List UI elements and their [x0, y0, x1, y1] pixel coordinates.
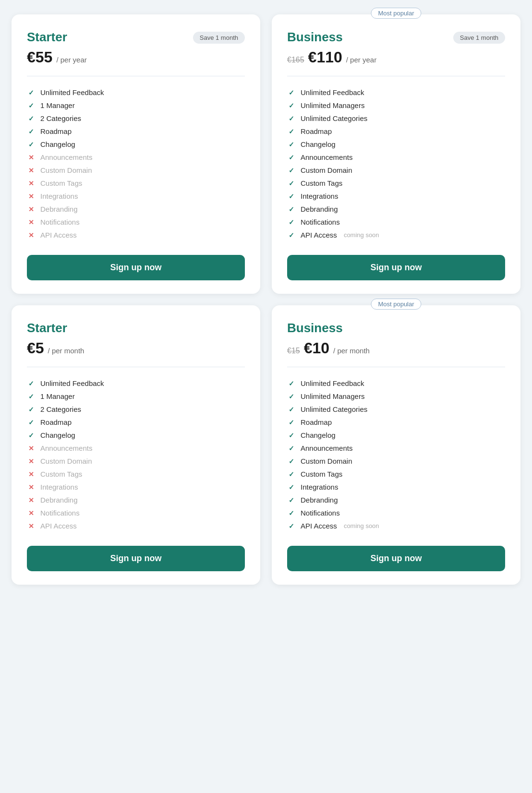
cross-icon: ✕	[27, 470, 36, 478]
check-icon: ✓	[287, 380, 296, 387]
list-item: ✕API Access	[27, 228, 245, 241]
business-yearly-features: ✓Unlimited Feedback✓Unlimited Managers✓U…	[287, 86, 505, 241]
starter-yearly-save-badge: Save 1 month	[193, 32, 245, 44]
check-icon: ✓	[287, 102, 296, 109]
check-icon: ✓	[287, 509, 296, 517]
feature-label: 2 Categories	[40, 114, 81, 122]
check-icon: ✓	[27, 432, 36, 439]
business-monthly-price-original: €15	[287, 347, 300, 355]
list-item: ✓Unlimited Feedback	[27, 86, 245, 99]
starter-yearly-price-period: / per year	[56, 56, 86, 64]
feature-label: Changelog	[301, 140, 336, 148]
business-monthly-header: Business	[287, 321, 505, 336]
starter-monthly-price-main: €5	[27, 339, 44, 357]
list-item: ✓Changelog	[27, 429, 245, 442]
feature-label: Custom Domain	[40, 457, 92, 465]
list-item: ✓Unlimited Categories	[287, 403, 505, 416]
list-item: ✕Integrations	[27, 481, 245, 493]
check-icon: ✓	[287, 205, 296, 213]
feature-label: Unlimited Feedback	[40, 379, 104, 387]
feature-label: Custom Domain	[40, 166, 92, 174]
cross-icon: ✕	[27, 231, 36, 239]
list-item: ✓1 Manager	[27, 390, 245, 403]
feature-label: 1 Manager	[40, 392, 75, 400]
check-icon: ✓	[287, 128, 296, 135]
business-yearly-signup-button[interactable]: Sign up now	[287, 255, 505, 280]
business-yearly-price-original: €165	[287, 56, 304, 64]
cross-icon: ✕	[27, 167, 36, 174]
check-icon: ✓	[287, 180, 296, 187]
list-item: ✓Announcements	[287, 151, 505, 164]
feature-label: Custom Tags	[301, 179, 342, 187]
check-icon: ✓	[287, 483, 296, 491]
starter-yearly-wrapper: Starter Save 1 month €55 / per year ✓Unl…	[12, 14, 260, 294]
check-icon: ✓	[27, 128, 36, 135]
check-icon: ✓	[287, 445, 296, 452]
feature-label: Roadmap	[40, 418, 72, 426]
starter-monthly-price-row: €5 / per month	[27, 339, 245, 357]
business-monthly-signup-button[interactable]: Sign up now	[287, 546, 505, 571]
feature-label: Custom Tags	[40, 470, 82, 478]
feature-label: Roadmap	[301, 418, 332, 426]
starter-yearly-price-row: €55 / per year	[27, 48, 245, 66]
starter-monthly-signup-button[interactable]: Sign up now	[27, 546, 245, 571]
check-icon: ✓	[27, 102, 36, 109]
cross-icon: ✕	[27, 483, 36, 491]
starter-monthly-wrapper: Starter €5 / per month ✓Unlimited Feedba…	[12, 305, 260, 585]
feature-label: Changelog	[301, 431, 336, 439]
starter-yearly-header: Starter Save 1 month	[27, 30, 245, 45]
list-item: ✓API Accesscoming soon	[287, 228, 505, 241]
list-item: ✓Roadmap	[287, 125, 505, 138]
check-icon: ✓	[287, 231, 296, 239]
business-yearly-header: Business Save 1 month	[287, 30, 505, 45]
coming-soon-label: coming soon	[344, 231, 379, 239]
list-item: ✕Custom Domain	[27, 455, 245, 468]
list-item: ✓Unlimited Managers	[287, 390, 505, 403]
cross-icon: ✕	[27, 192, 36, 200]
feature-label: Roadmap	[301, 127, 332, 135]
business-yearly-card: Business Save 1 month €165 €110 / per ye…	[272, 14, 520, 294]
feature-label: 1 Manager	[40, 101, 75, 109]
list-item: ✓1 Manager	[27, 99, 245, 112]
business-yearly-plan-name: Business	[287, 30, 343, 45]
check-icon: ✓	[27, 115, 36, 122]
starter-yearly-signup-button[interactable]: Sign up now	[27, 255, 245, 280]
list-item: ✓2 Categories	[27, 112, 245, 125]
list-item: ✕Custom Tags	[27, 468, 245, 481]
feature-label: Notifications	[40, 509, 80, 517]
coming-soon-label: coming soon	[344, 522, 379, 529]
list-item: ✓Unlimited Feedback	[287, 86, 505, 99]
business-monthly-plan-name: Business	[287, 321, 343, 336]
list-item: ✕Notifications	[27, 216, 245, 228]
feature-label: Unlimited Feedback	[301, 379, 364, 387]
list-item: ✕Announcements	[27, 151, 245, 164]
check-icon: ✓	[287, 115, 296, 122]
list-item: ✓Custom Tags	[287, 468, 505, 481]
list-item: ✕Debranding	[27, 203, 245, 216]
feature-label: Unlimited Categories	[301, 405, 367, 413]
check-icon: ✓	[287, 406, 296, 413]
feature-label: 2 Categories	[40, 405, 81, 413]
starter-yearly-price-main: €55	[27, 48, 52, 66]
list-item: ✓Debranding	[287, 203, 505, 216]
feature-label: Custom Tags	[301, 470, 342, 478]
feature-label: API Access	[301, 522, 337, 530]
feature-label: Changelog	[40, 431, 75, 439]
business-monthly-price-period: / per month	[333, 347, 370, 355]
feature-label: Custom Tags	[40, 179, 82, 187]
business-yearly-wrapper: Most popular Business Save 1 month €165 …	[272, 14, 520, 294]
feature-label: Integrations	[40, 192, 78, 200]
feature-label: Roadmap	[40, 127, 72, 135]
business-monthly-wrapper: Most popular Business €15 €10 / per mont…	[272, 305, 520, 585]
list-item: ✓Custom Tags	[287, 177, 505, 190]
list-item: ✓API Accesscoming soon	[287, 519, 505, 532]
pricing-grid: Starter Save 1 month €55 / per year ✓Unl…	[12, 14, 520, 585]
feature-label: Notifications	[301, 218, 340, 226]
list-item: ✓Custom Domain	[287, 455, 505, 468]
starter-yearly-features: ✓Unlimited Feedback✓1 Manager✓2 Categori…	[27, 86, 245, 241]
business-monthly-card: Business €15 €10 / per month ✓Unlimited …	[272, 305, 520, 585]
check-icon: ✓	[287, 432, 296, 439]
feature-label: Announcements	[301, 153, 352, 161]
feature-label: Integrations	[301, 192, 338, 200]
cross-icon: ✕	[27, 154, 36, 161]
